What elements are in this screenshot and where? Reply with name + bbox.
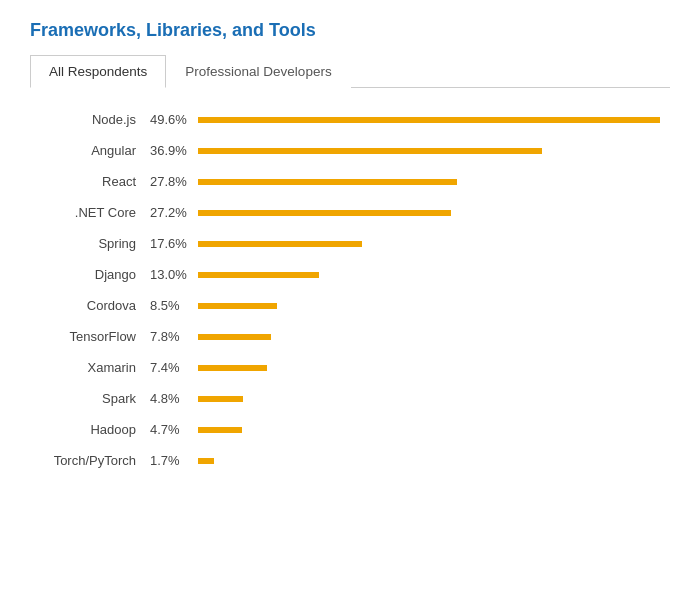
- tab-all-respondents[interactable]: All Respondents: [30, 55, 166, 88]
- chart-row: Spark4.8%: [40, 391, 660, 406]
- bar: [198, 210, 451, 216]
- chart-row: Hadoop4.7%: [40, 422, 660, 437]
- chart-row: Angular36.9%: [40, 143, 660, 158]
- chart-label: Xamarin: [40, 360, 150, 375]
- chart-label: Django: [40, 267, 150, 282]
- chart-label: Angular: [40, 143, 150, 158]
- chart-label: Spark: [40, 391, 150, 406]
- bar: [198, 148, 542, 154]
- chart-value: 4.8%: [150, 391, 198, 406]
- chart-value: 49.6%: [150, 112, 198, 127]
- chart-row: React27.8%: [40, 174, 660, 189]
- chart-value: 36.9%: [150, 143, 198, 158]
- chart-value: 27.2%: [150, 205, 198, 220]
- bar-container: [198, 148, 660, 154]
- chart-value: 7.8%: [150, 329, 198, 344]
- bar: [198, 241, 362, 247]
- chart-value: 8.5%: [150, 298, 198, 313]
- bar-container: [198, 458, 660, 464]
- chart-row: .NET Core27.2%: [40, 205, 660, 220]
- bar-container: [198, 365, 660, 371]
- bar-container: [198, 272, 660, 278]
- bar: [198, 365, 267, 371]
- chart-row: Xamarin7.4%: [40, 360, 660, 375]
- chart-label: Hadoop: [40, 422, 150, 437]
- bar: [198, 427, 242, 433]
- chart-value: 17.6%: [150, 236, 198, 251]
- chart-row: TensorFlow7.8%: [40, 329, 660, 344]
- chart-area: Node.js49.6%Angular36.9%React27.8%.NET C…: [30, 112, 670, 468]
- bar-container: [198, 303, 660, 309]
- bar-container: [198, 396, 660, 402]
- page-title: Frameworks, Libraries, and Tools: [30, 20, 670, 41]
- bar-container: [198, 241, 660, 247]
- chart-value: 4.7%: [150, 422, 198, 437]
- bar: [198, 458, 214, 464]
- bar: [198, 117, 660, 123]
- bar: [198, 303, 277, 309]
- bar: [198, 396, 243, 402]
- chart-label: .NET Core: [40, 205, 150, 220]
- chart-row: Node.js49.6%: [40, 112, 660, 127]
- bar: [198, 334, 271, 340]
- chart-label: Cordova: [40, 298, 150, 313]
- chart-value: 13.0%: [150, 267, 198, 282]
- chart-label: TensorFlow: [40, 329, 150, 344]
- bar: [198, 272, 319, 278]
- tabs-container: All Respondents Professional Developers: [30, 55, 670, 88]
- chart-value: 7.4%: [150, 360, 198, 375]
- chart-row: Cordova8.5%: [40, 298, 660, 313]
- chart-row: Django13.0%: [40, 267, 660, 282]
- chart-label: Spring: [40, 236, 150, 251]
- bar-container: [198, 117, 660, 123]
- bar-container: [198, 334, 660, 340]
- chart-label: Torch/PyTorch: [40, 453, 150, 468]
- bar-container: [198, 427, 660, 433]
- chart-row: Spring17.6%: [40, 236, 660, 251]
- bar: [198, 179, 457, 185]
- chart-value: 27.8%: [150, 174, 198, 189]
- tab-professional-developers[interactable]: Professional Developers: [166, 55, 350, 88]
- chart-value: 1.7%: [150, 453, 198, 468]
- chart-label: Node.js: [40, 112, 150, 127]
- chart-label: React: [40, 174, 150, 189]
- chart-row: Torch/PyTorch1.7%: [40, 453, 660, 468]
- bar-container: [198, 210, 660, 216]
- bar-container: [198, 179, 660, 185]
